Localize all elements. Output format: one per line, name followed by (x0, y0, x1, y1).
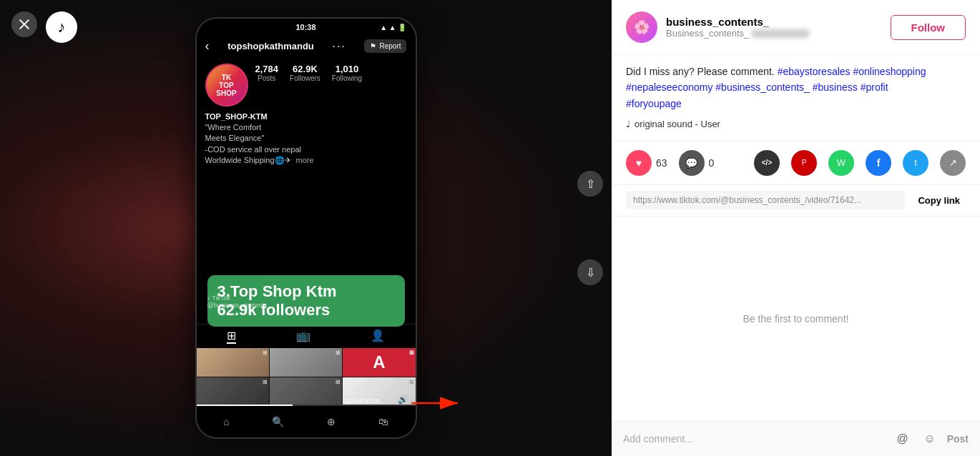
avatar-emoji: 🌸 (634, 19, 650, 35)
bio-line4: Worldwide Shipping🌐✈ (205, 156, 291, 164)
user-handle: Business_contents_ (666, 28, 882, 39)
hashtag-4[interactable]: #business_contents_ (715, 81, 810, 93)
post-button[interactable]: Post (947, 433, 969, 445)
status-icons: ▲ ▲ 🔋 (380, 24, 406, 31)
nav-add-icon[interactable]: ⊕ (327, 416, 335, 427)
like-button[interactable]: ♥ (626, 150, 652, 176)
followers-count: 62.9K (290, 64, 320, 74)
video-area: ♪ ⇧ ⇩ 10:38 ▲ ▲ 🔋 ‹ topshopkathmandu ···… (0, 0, 612, 456)
emoji-icon[interactable]: ☺ (920, 429, 940, 449)
posts-count: 2,784 (255, 64, 279, 74)
hashtag-1[interactable]: #ebaystoresales (778, 66, 851, 77)
posts-label: Posts (255, 74, 279, 82)
music-line: ♩ original sound - User (626, 117, 966, 132)
music-note-icon: ♩ (626, 117, 630, 132)
hashtag-5[interactable]: #business (813, 81, 858, 93)
user-avatar: 🌸 (626, 11, 657, 43)
description-text: Did I miss any? Please comment. (626, 66, 778, 77)
ig-back-button[interactable]: ‹ (205, 39, 210, 54)
grid-item-6-icon: ⊞ (409, 379, 414, 385)
bio-line2: Meets Elegance" (205, 134, 265, 142)
following-label: Following (332, 74, 362, 82)
mention-icon[interactable]: @ (893, 429, 913, 449)
no-comments-text: Be the first to comment! (743, 313, 849, 324)
twitter-share-button[interactable]: t (903, 150, 928, 176)
grid-item-3-icon: ⊞ (409, 350, 414, 356)
hashtag-6[interactable]: #profit (861, 81, 888, 93)
grid-tab-person[interactable]: 👤 (371, 329, 385, 344)
hashtag-2[interactable]: #onlineshopping (853, 66, 926, 77)
whatsapp-share-button[interactable]: W (828, 150, 854, 176)
profile-bio: TOP_SHOP-KTM "Where Comfort Meets Elegan… (197, 112, 416, 172)
grid-item-2: ⊞ (270, 348, 342, 377)
likes-group: ♥ 63 (626, 150, 667, 176)
grid-item-3: A ⊞ (343, 348, 415, 377)
profile-stats: 2,784 Posts 62.9K Followers 1,010 Follow… (255, 64, 363, 82)
profile-section: TKTOPSHOP 2,784 Posts 62.9K Followers (197, 58, 416, 112)
follow-button[interactable]: Follow (891, 15, 966, 40)
likes-count: 63 (656, 157, 667, 169)
comment-input-row: @ ☺ Post (612, 421, 980, 456)
grid-item-4-icon: ⊞ (263, 379, 268, 385)
bottom-nav: ⌂ 🔍 ⊕ 🛍 (197, 406, 416, 437)
bio-line1: "Where Comfort (205, 123, 261, 132)
nav-up-button[interactable]: ⇧ (577, 171, 603, 197)
description-section: Did I miss any? Please comment. #ebaysto… (612, 55, 980, 142)
copy-link-button[interactable]: Copy link (912, 191, 966, 210)
followers-stat: 62.9K Followers (290, 64, 320, 82)
tiktok-watermark: ♪ TikTok @business_contents_ (207, 294, 271, 309)
close-button[interactable] (11, 11, 37, 37)
volume-icon[interactable]: 🔊 (398, 395, 408, 405)
tiktok-wm-brand: ♪ TikTok (207, 294, 271, 302)
following-stat: 1,010 Following (332, 64, 362, 82)
comments-count: 0 (709, 157, 715, 169)
grid-item-4: ⊞ (197, 377, 269, 406)
grid-item-2-icon: ⊞ (335, 350, 340, 356)
comment-input[interactable] (623, 433, 886, 445)
ptt-share-button[interactable]: P (791, 150, 817, 176)
link-url: https://www.tiktok.com/@business_content… (626, 191, 905, 209)
photo-grid: ⊞ ⊞ A ⊞ ⊞ ⊞ ⊞ (197, 348, 416, 405)
user-header: 🌸 business_contents_ Business_contents_ … (612, 0, 980, 55)
comment-button[interactable]: 💬 (679, 150, 705, 176)
hashtag-7[interactable]: #foryoupage (626, 98, 682, 109)
report-label: Report (379, 42, 401, 50)
grid-tabs: ⊞ 📺 👤 (197, 324, 416, 348)
facebook-share-button[interactable]: f (866, 150, 891, 176)
embed-button[interactable]: </> (754, 150, 780, 176)
profile-description: "Where Comfort Meets Elegance" -COD serv… (205, 122, 407, 167)
ig-username: topshopkathmandu (227, 41, 314, 51)
nav-search-icon[interactable]: 🔍 (272, 416, 284, 427)
comments-area: Be the first to comment! (612, 217, 980, 421)
tiktok-logo-icon: ♪ (58, 18, 66, 36)
forward-share-button[interactable]: ↗ (940, 150, 966, 176)
profile-stats-area: 2,784 Posts 62.9K Followers 1,010 Follow… (255, 64, 363, 82)
following-count: 1,010 (332, 64, 362, 74)
music-label: original sound - User (634, 117, 720, 132)
hashtag-3[interactable]: #nepaleseeconomy (626, 81, 712, 93)
grid-item-1: ⊞ (197, 348, 269, 377)
nav-home-icon[interactable]: ⌂ (223, 416, 229, 427)
ig-options-icon[interactable]: ··· (332, 40, 346, 53)
link-row: https://www.tiktok.com/@business_content… (612, 185, 980, 217)
comments-group: 💬 0 (679, 150, 715, 176)
grid-tab-grid[interactable]: ⊞ (227, 329, 236, 344)
status-time: 10:38 (295, 23, 315, 31)
tiktok-wm-user: @business_contents_ (207, 302, 271, 309)
nav-shop-icon[interactable]: 🛍 (378, 416, 388, 427)
phone-mockup: 10:38 ▲ ▲ 🔋 ‹ topshopkathmandu ··· ⚑ Rep… (195, 17, 417, 439)
grid-item-3-letter: A (373, 352, 385, 372)
handle-prefix: Business_contents_ (666, 28, 749, 39)
nav-down-button[interactable]: ⇩ (577, 259, 603, 285)
right-panel: 🌸 business_contents_ Business_contents_ … (612, 0, 980, 456)
ig-header: ‹ topshopkathmandu ··· ⚑ Report (197, 36, 416, 58)
grid-item-1-icon: ⊞ (263, 350, 268, 356)
ig-report-button[interactable]: ⚑ Report (364, 39, 406, 53)
grid-item-5-icon: ⊞ (335, 379, 340, 385)
more-label[interactable]: more (296, 156, 314, 164)
user-name: business_contents_ (666, 16, 882, 28)
profile-name: TOP_SHOP-KTM (205, 112, 407, 121)
phone-screen: 10:38 ▲ ▲ 🔋 ‹ topshopkathmandu ··· ⚑ Rep… (197, 19, 416, 437)
bio-line3: -COD service all over nepal (205, 145, 302, 154)
grid-tab-tv[interactable]: 📺 (296, 329, 310, 344)
